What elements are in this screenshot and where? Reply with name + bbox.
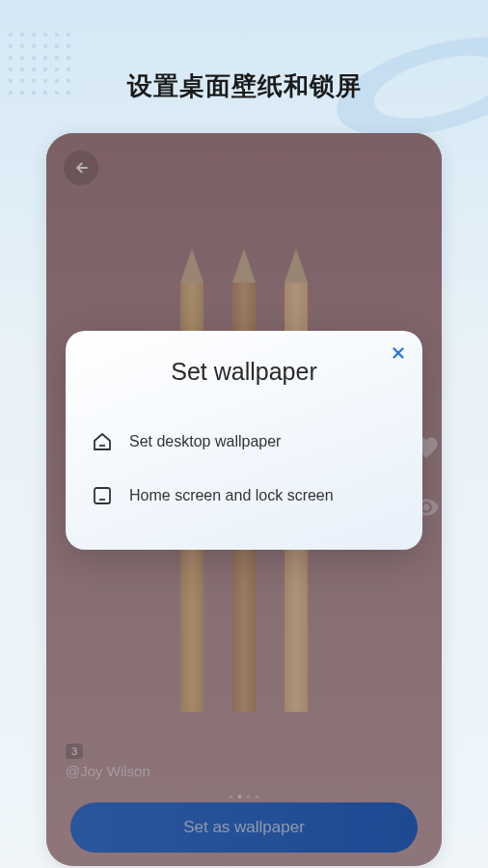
- screen-icon: [91, 484, 114, 507]
- phone-preview-frame: 3 @Joy Wilson Set as wallpaper Set wallp…: [46, 133, 442, 866]
- home-icon: [91, 430, 114, 453]
- dialog-close-button[interactable]: [390, 344, 407, 366]
- option-desktop-wallpaper[interactable]: Set desktop wallpaper: [87, 415, 401, 469]
- svg-rect-4: [95, 488, 110, 503]
- option-label: Home screen and lock screen: [129, 487, 334, 504]
- dialog-title: Set wallpaper: [87, 358, 401, 386]
- set-wallpaper-dialog: Set wallpaper Set desktop wallpaper Home…: [66, 331, 422, 550]
- option-label: Set desktop wallpaper: [129, 433, 281, 450]
- close-icon: [390, 344, 407, 362]
- option-home-and-lock-screen[interactable]: Home screen and lock screen: [87, 469, 401, 523]
- page-title: 设置桌面壁纸和锁屏: [0, 69, 488, 103]
